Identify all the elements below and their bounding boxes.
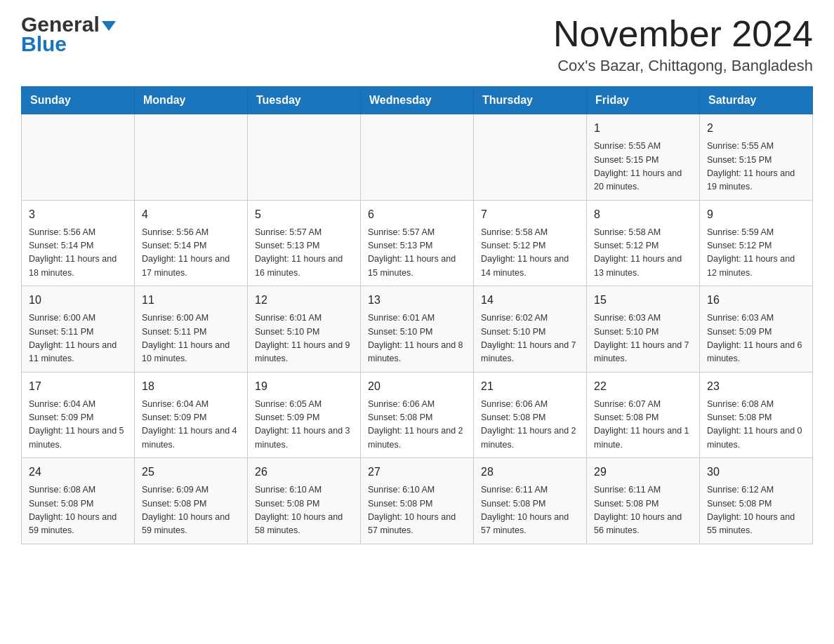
logo-blue-text: Blue [21,34,67,55]
day-number: 22 [594,378,692,395]
calendar-cell: 29Sunrise: 6:11 AMSunset: 5:08 PMDayligh… [587,458,700,544]
day-info: Sunrise: 6:03 AMSunset: 5:10 PMDaylight:… [594,311,692,366]
calendar-cell: 28Sunrise: 6:11 AMSunset: 5:08 PMDayligh… [474,458,587,544]
day-info: Sunrise: 6:00 AMSunset: 5:11 PMDaylight:… [29,311,127,366]
day-header-monday: Monday [135,87,248,114]
day-number: 20 [368,378,466,395]
day-info: Sunrise: 5:57 AMSunset: 5:13 PMDaylight:… [255,226,353,281]
week-row-1: 1Sunrise: 5:55 AMSunset: 5:15 PMDaylight… [22,114,813,201]
calendar-cell: 9Sunrise: 5:59 AMSunset: 5:12 PMDaylight… [700,200,813,286]
day-number: 26 [255,464,353,481]
day-number: 25 [142,464,240,481]
day-number: 3 [29,206,127,223]
day-number: 28 [481,464,579,481]
calendar-cell: 27Sunrise: 6:10 AMSunset: 5:08 PMDayligh… [361,458,474,544]
calendar-cell: 16Sunrise: 6:03 AMSunset: 5:09 PMDayligh… [700,286,813,373]
page-header: General Blue November 2024 Cox's Bazar, … [21,14,813,75]
day-info: Sunrise: 6:07 AMSunset: 5:08 PMDaylight:… [594,398,692,452]
day-number: 12 [255,292,353,309]
day-info: Sunrise: 6:10 AMSunset: 5:08 PMDaylight:… [255,483,353,538]
day-info: Sunrise: 5:56 AMSunset: 5:14 PMDaylight:… [29,226,127,281]
day-info: Sunrise: 5:59 AMSunset: 5:12 PMDaylight:… [707,226,805,281]
day-number: 23 [707,378,805,395]
calendar-cell: 5Sunrise: 5:57 AMSunset: 5:13 PMDaylight… [248,200,361,286]
calendar-cell: 20Sunrise: 6:06 AMSunset: 5:08 PMDayligh… [361,372,474,458]
day-info: Sunrise: 6:06 AMSunset: 5:08 PMDaylight:… [368,398,466,452]
calendar-cell: 15Sunrise: 6:03 AMSunset: 5:10 PMDayligh… [587,286,700,373]
calendar-cell: 23Sunrise: 6:08 AMSunset: 5:08 PMDayligh… [700,372,813,458]
day-number: 9 [707,206,805,223]
calendar-cell: 4Sunrise: 5:56 AMSunset: 5:14 PMDaylight… [135,200,248,286]
calendar-cell: 21Sunrise: 6:06 AMSunset: 5:08 PMDayligh… [474,372,587,458]
calendar-cell: 19Sunrise: 6:05 AMSunset: 5:09 PMDayligh… [248,372,361,458]
calendar-cell: 12Sunrise: 6:01 AMSunset: 5:10 PMDayligh… [248,286,361,373]
day-number: 4 [142,206,240,223]
calendar-cell: 26Sunrise: 6:10 AMSunset: 5:08 PMDayligh… [248,458,361,544]
day-header-friday: Friday [587,87,700,114]
day-info: Sunrise: 6:04 AMSunset: 5:09 PMDaylight:… [142,398,240,452]
day-number: 14 [481,292,579,309]
day-info: Sunrise: 6:04 AMSunset: 5:09 PMDaylight:… [29,398,127,452]
calendar-cell: 13Sunrise: 6:01 AMSunset: 5:10 PMDayligh… [361,286,474,373]
day-number: 7 [481,206,579,223]
day-number: 30 [707,464,805,481]
calendar-cell [22,114,135,201]
calendar-cell: 2Sunrise: 5:55 AMSunset: 5:15 PMDaylight… [700,114,813,201]
day-info: Sunrise: 5:58 AMSunset: 5:12 PMDaylight:… [594,226,692,281]
month-title: November 2024 [553,14,813,54]
day-number: 6 [368,206,466,223]
day-info: Sunrise: 6:12 AMSunset: 5:08 PMDaylight:… [707,483,805,538]
day-number: 19 [255,378,353,395]
calendar-cell: 22Sunrise: 6:07 AMSunset: 5:08 PMDayligh… [587,372,700,458]
logo: General Blue [21,14,116,55]
calendar-cell [135,114,248,201]
day-info: Sunrise: 6:08 AMSunset: 5:08 PMDaylight:… [29,483,127,538]
day-number: 5 [255,206,353,223]
day-number: 11 [142,292,240,309]
day-info: Sunrise: 5:57 AMSunset: 5:13 PMDaylight:… [368,226,466,281]
week-row-3: 10Sunrise: 6:00 AMSunset: 5:11 PMDayligh… [22,286,813,373]
day-info: Sunrise: 6:05 AMSunset: 5:09 PMDaylight:… [255,398,353,452]
day-info: Sunrise: 6:01 AMSunset: 5:10 PMDaylight:… [368,311,466,366]
location: Cox's Bazar, Chittagong, Bangladesh [553,57,813,75]
day-number: 1 [594,120,692,137]
day-number: 17 [29,378,127,395]
day-header-thursday: Thursday [474,87,587,114]
day-number: 13 [368,292,466,309]
day-number: 2 [707,120,805,137]
calendar-cell: 25Sunrise: 6:09 AMSunset: 5:08 PMDayligh… [135,458,248,544]
day-number: 24 [29,464,127,481]
calendar-cell: 14Sunrise: 6:02 AMSunset: 5:10 PMDayligh… [474,286,587,373]
day-info: Sunrise: 6:02 AMSunset: 5:10 PMDaylight:… [481,311,579,366]
day-info: Sunrise: 6:11 AMSunset: 5:08 PMDaylight:… [594,483,692,538]
calendar-cell: 8Sunrise: 5:58 AMSunset: 5:12 PMDaylight… [587,200,700,286]
week-row-2: 3Sunrise: 5:56 AMSunset: 5:14 PMDaylight… [22,200,813,286]
day-header-wednesday: Wednesday [361,87,474,114]
day-header-sunday: Sunday [22,87,135,114]
calendar-table: SundayMondayTuesdayWednesdayThursdayFrid… [21,86,813,544]
day-number: 15 [594,292,692,309]
calendar-cell: 7Sunrise: 5:58 AMSunset: 5:12 PMDaylight… [474,200,587,286]
calendar-cell: 18Sunrise: 6:04 AMSunset: 5:09 PMDayligh… [135,372,248,458]
calendar-cell: 6Sunrise: 5:57 AMSunset: 5:13 PMDaylight… [361,200,474,286]
day-info: Sunrise: 5:55 AMSunset: 5:15 PMDaylight:… [707,140,805,194]
day-info: Sunrise: 5:56 AMSunset: 5:14 PMDaylight:… [142,226,240,281]
day-header-saturday: Saturday [700,87,813,114]
day-info: Sunrise: 6:09 AMSunset: 5:08 PMDaylight:… [142,483,240,538]
day-info: Sunrise: 6:01 AMSunset: 5:10 PMDaylight:… [255,311,353,366]
day-number: 10 [29,292,127,309]
week-row-5: 24Sunrise: 6:08 AMSunset: 5:08 PMDayligh… [22,458,813,544]
day-info: Sunrise: 5:58 AMSunset: 5:12 PMDaylight:… [481,226,579,281]
calendar-cell: 11Sunrise: 6:00 AMSunset: 5:11 PMDayligh… [135,286,248,373]
day-info: Sunrise: 5:55 AMSunset: 5:15 PMDaylight:… [594,140,692,194]
day-info: Sunrise: 6:00 AMSunset: 5:11 PMDaylight:… [142,311,240,366]
calendar-cell [248,114,361,201]
day-number: 29 [594,464,692,481]
calendar-cell: 24Sunrise: 6:08 AMSunset: 5:08 PMDayligh… [22,458,135,544]
calendar-cell: 17Sunrise: 6:04 AMSunset: 5:09 PMDayligh… [22,372,135,458]
day-number: 21 [481,378,579,395]
day-info: Sunrise: 6:11 AMSunset: 5:08 PMDaylight:… [481,483,579,538]
calendar-cell: 30Sunrise: 6:12 AMSunset: 5:08 PMDayligh… [700,458,813,544]
calendar-cell [361,114,474,201]
calendar-cell: 1Sunrise: 5:55 AMSunset: 5:15 PMDaylight… [587,114,700,201]
